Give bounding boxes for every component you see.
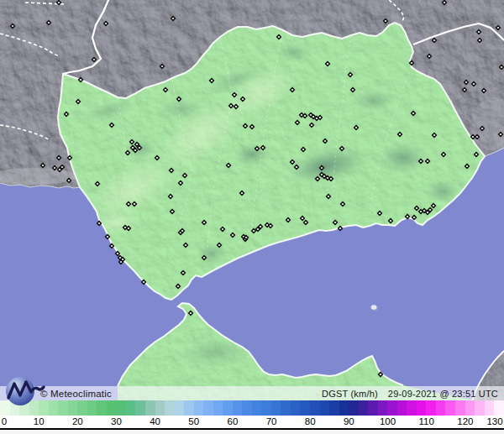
station-marker (351, 88, 355, 92)
station-marker (465, 81, 469, 85)
scale-cell (77, 400, 87, 416)
color-scale (0, 400, 504, 416)
station-marker (310, 123, 314, 128)
scale-cell (368, 400, 378, 416)
station-marker (304, 221, 308, 225)
station-marker (320, 166, 324, 170)
scale-cell (145, 400, 155, 416)
station-marker (480, 127, 485, 131)
scale-cell (475, 400, 485, 416)
scale-cell (426, 400, 436, 416)
scale-cell (359, 400, 369, 416)
scale-cell (339, 400, 349, 416)
station-marker (499, 133, 503, 137)
scale-tick-label: 80 (305, 416, 316, 426)
station-marker (256, 227, 260, 232)
scale-cell (107, 400, 117, 416)
map (0, 0, 504, 401)
station-marker (234, 105, 239, 109)
scale-cell (445, 400, 455, 416)
station-marker (428, 208, 433, 212)
station-marker (295, 165, 299, 170)
station-marker (67, 179, 71, 183)
station-marker (433, 133, 437, 138)
station-marker (240, 191, 244, 196)
station-marker (221, 227, 225, 232)
station-marker (130, 140, 134, 144)
station-marker (412, 112, 416, 116)
station-marker (323, 139, 328, 144)
station-marker (131, 146, 135, 150)
station-marker (47, 21, 51, 25)
station-marker (340, 147, 344, 151)
station-marker (442, 153, 446, 157)
scale-tick-label: 130 (486, 416, 502, 426)
station-marker (170, 169, 174, 173)
scale-tick-label: 40 (150, 416, 160, 426)
station-marker (110, 123, 114, 128)
scale-cell (184, 400, 194, 416)
scale-cell (165, 400, 175, 416)
station-marker (53, 166, 57, 170)
scale-tick-label: 90 (344, 416, 354, 426)
station-marker (57, 156, 61, 160)
scale-cell (407, 400, 417, 416)
station-marker (433, 39, 437, 43)
station-marker (255, 147, 260, 151)
scale-cell (397, 400, 407, 416)
station-marker (482, 89, 486, 93)
station-marker (92, 58, 97, 62)
station-marker (218, 243, 222, 248)
station-marker (133, 202, 137, 207)
station-marker (500, 65, 504, 70)
station-marker (127, 202, 131, 207)
legend-caption: DGST (km/h)29-09-2021 @ 23:51 UTC (322, 389, 498, 399)
station-marker (472, 82, 476, 86)
station-marker (475, 153, 479, 157)
station-marker (241, 97, 245, 102)
station-marker (286, 218, 291, 222)
station-marker (349, 73, 353, 77)
station-marker (126, 151, 130, 155)
station-marker (116, 252, 120, 256)
scale-tick-label: 50 (188, 416, 199, 426)
station-marker (244, 236, 249, 240)
scale-cell (387, 400, 397, 416)
station-marker (177, 97, 181, 102)
weather-map-screenshot: © Meteoclimatic DGST (km/h)29-09-2021 @ … (0, 0, 504, 434)
station-marker (11, 24, 15, 29)
scale-tick-label: 120 (457, 416, 473, 426)
station-marker (244, 124, 248, 128)
scale-cell (320, 400, 330, 416)
timestamp: 29-09-2021 @ 23:51 UTC (388, 389, 498, 399)
scale-tick-label: 70 (266, 416, 277, 426)
scale-tick-label: 30 (111, 416, 122, 426)
station-marker (428, 55, 432, 59)
station-marker (354, 126, 359, 130)
station-marker (475, 135, 480, 139)
info-bar: © Meteoclimatic DGST (km/h)29-09-2021 @ … (0, 386, 504, 400)
station-marker (412, 216, 417, 220)
alboran-island (371, 305, 377, 310)
scale-cell (329, 400, 339, 416)
station-marker (415, 207, 419, 211)
station-marker (106, 235, 110, 239)
station-marker (327, 195, 331, 199)
station-marker (291, 88, 295, 92)
scale-cell (417, 400, 427, 416)
station-marker (135, 143, 139, 147)
station-marker (138, 146, 142, 150)
station-marker (227, 164, 231, 168)
station-marker (231, 233, 235, 238)
scale-cell (213, 400, 223, 416)
station-marker (252, 229, 256, 233)
scale-cell (87, 400, 97, 416)
station-marker (269, 224, 273, 228)
scale-cell (203, 400, 213, 416)
station-marker (318, 116, 323, 120)
station-marker (233, 93, 237, 97)
station-marker (384, 19, 388, 24)
scale-cell (97, 400, 107, 416)
attribution-text: © Meteoclimatic (40, 389, 112, 399)
scale-tick-label: 10 (34, 416, 45, 426)
